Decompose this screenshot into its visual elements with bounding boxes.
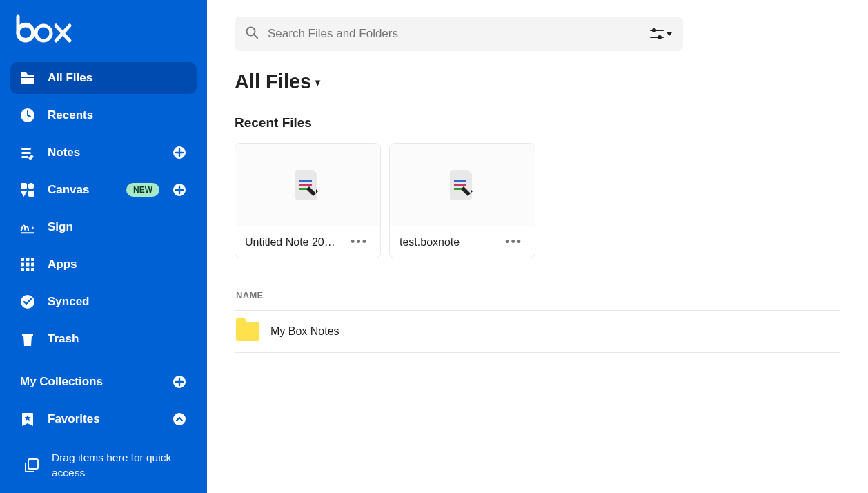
my-collections-header[interactable]: My Collections [10,366,197,398]
search-bar[interactable] [235,17,683,51]
page-title-dropdown[interactable]: All Files ▾ [235,70,840,93]
file-name: Untitled Note 20… [245,236,335,249]
favorites-drop-text: Drag items here for quick access [52,450,187,481]
svg-rect-31 [299,180,312,182]
sidebar-item-synced[interactable]: Synced [10,286,197,318]
canvas-icon [20,182,35,197]
svg-rect-25 [28,459,38,469]
box-logo[interactable] [10,12,197,57]
section-label: My Collections [20,375,159,389]
trash-icon [20,331,35,347]
svg-rect-32 [299,184,312,186]
file-more-button[interactable]: ••• [348,233,371,251]
svg-point-28 [653,29,655,32]
search-filter-button[interactable] [650,28,672,39]
folder-icon [236,322,259,341]
svg-rect-5 [21,152,31,154]
search-input[interactable] [268,27,640,41]
svg-rect-10 [28,191,34,197]
sign-icon [20,220,35,235]
svg-rect-8 [21,183,27,189]
sidebar-item-apps[interactable]: Apps [10,249,197,280]
sidebar-item-label: Apps [48,258,187,271]
sidebar-item-trash[interactable]: Trash [10,323,197,355]
add-collection-button[interactable] [172,374,187,389]
add-note-button[interactable] [172,145,187,160]
main-content: All Files ▾ Recent Files Untitled Note 2… [207,0,868,493]
sidebar-item-all-files[interactable]: All Files [10,62,197,94]
svg-rect-19 [21,268,24,271]
table-row[interactable]: My Box Notes [235,311,840,353]
bookmark-star-icon [20,412,35,427]
notes-icon [20,145,35,160]
file-thumbnail [235,144,380,226]
svg-rect-2 [21,77,34,78]
svg-rect-14 [26,258,30,261]
svg-point-24 [173,413,186,425]
recent-file-card[interactable]: Untitled Note 20… ••• [235,143,381,258]
sliders-icon [650,28,664,39]
svg-rect-16 [21,263,24,267]
favorites-drop-zone[interactable]: Drag items here for quick access [20,443,187,488]
svg-rect-4 [21,148,31,150]
svg-rect-35 [454,184,466,186]
table-header-name: NAME [235,286,840,311]
svg-rect-34 [454,180,466,182]
file-thumbnail [390,144,535,226]
sidebar-item-label: Canvas [48,183,114,197]
clock-icon [20,108,35,123]
sidebar-item-label: Synced [48,295,187,309]
boxnote-icon [295,170,320,200]
sidebar-item-label: Recents [48,108,187,122]
collapse-favorites-button[interactable] [172,412,187,427]
file-name: test.boxnote [400,236,460,249]
sidebar-item-label: Sign [48,220,187,234]
check-circle-icon [20,294,35,309]
svg-rect-21 [31,268,34,271]
chevron-down-icon [667,32,672,36]
sidebar-item-label: Notes [48,146,159,160]
search-icon [246,26,258,41]
sidebar-item-label: Favorites [48,412,159,426]
sidebar-item-label: All Files [48,71,187,85]
svg-rect-15 [31,258,34,261]
folder-icon [20,70,35,86]
caret-down-icon: ▾ [315,77,320,88]
recent-files-row: Untitled Note 20… ••• test.boxnote ••• [235,143,840,258]
sidebar-item-favorites[interactable]: Favorites [10,403,197,435]
svg-rect-6 [21,156,28,158]
add-canvas-button[interactable] [172,182,187,197]
sidebar-item-canvas[interactable]: Canvas NEW [10,174,197,206]
boxnote-icon [450,170,475,200]
sidebar-item-notes[interactable]: Notes [10,137,197,168]
row-name: My Box Notes [270,325,339,338]
recent-files-heading: Recent Files [235,115,840,130]
file-more-button[interactable]: ••• [502,233,525,251]
svg-point-30 [658,36,661,39]
sidebar: All Files Recents Notes Canvas NEW Sign [0,0,207,493]
svg-point-12 [32,227,34,229]
svg-rect-33 [299,188,308,190]
svg-point-9 [28,183,34,189]
sidebar-item-sign[interactable]: Sign [10,211,197,243]
stack-icon [24,458,39,473]
svg-rect-17 [26,263,30,267]
svg-rect-20 [26,268,30,271]
sidebar-item-recents[interactable]: Recents [10,99,197,131]
svg-rect-13 [21,258,24,261]
recent-file-card[interactable]: test.boxnote ••• [389,143,535,258]
new-badge: NEW [126,183,159,197]
sidebar-item-label: Trash [48,332,187,346]
apps-icon [20,257,35,272]
svg-point-1 [36,26,51,41]
page-title-text: All Files [235,70,311,93]
svg-rect-36 [454,188,462,190]
svg-rect-18 [31,263,34,267]
